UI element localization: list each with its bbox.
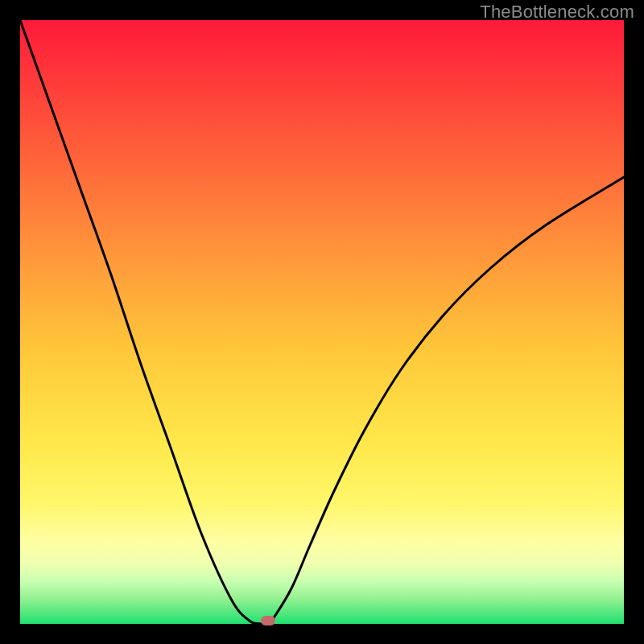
plot-area (20, 20, 624, 624)
curve-path (20, 20, 624, 625)
optimum-marker (261, 616, 275, 625)
chart-frame: TheBottleneck.com (0, 0, 644, 644)
bottleneck-curve (20, 20, 624, 624)
